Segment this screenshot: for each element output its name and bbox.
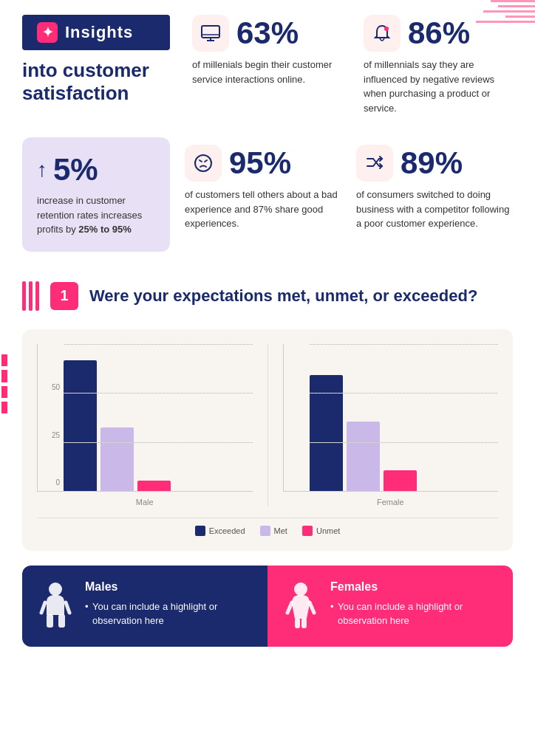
grid-line-mid1 — [64, 393, 253, 394]
female-person-icon — [282, 580, 319, 632]
male-bar-met — [100, 427, 134, 491]
arrow-up-icon: ↑ — [37, 158, 47, 182]
stat-number-5: 5% — [53, 152, 98, 188]
stat-top-95: 95% — [185, 145, 341, 182]
svg-point-4 — [384, 27, 389, 31]
svg-rect-10 — [58, 614, 65, 628]
y-axis-male: 50 25 0 — [38, 344, 64, 491]
male-person-icon — [37, 580, 74, 632]
females-card-highlight: You can include a highlight or observati… — [330, 599, 498, 628]
insights-block: ✦ Insights into customer satisfaction — [22, 15, 170, 105]
stat-top-5: ↑ 5% — [37, 152, 155, 188]
stat-number-95: 95% — [229, 148, 291, 179]
grid-line-top — [64, 344, 253, 345]
male-chart-area: 50 25 0 — [37, 344, 253, 492]
svg-rect-9 — [47, 614, 53, 628]
male-chart: 50 25 0 Male — [37, 344, 268, 506]
males-card-title: Males — [85, 580, 253, 594]
insights-star-icon: ✦ — [37, 22, 58, 43]
insights-badge: ✦ Insights — [22, 15, 170, 50]
deco-lines-left — [0, 354, 9, 413]
chart-legend: Exceeded Met Unmet — [37, 518, 498, 536]
stat-top-89: 89% — [356, 145, 513, 182]
stat-card-95: 95% of customers tell others about a bad… — [185, 137, 341, 252]
svg-point-13 — [294, 583, 307, 596]
legend-exceeded: Exceeded — [195, 526, 245, 536]
stat-desc-95: of customers tell others about a bad exp… — [185, 188, 341, 231]
svg-rect-14 — [295, 618, 300, 628]
females-card-content: Females You can include a highlight or o… — [330, 580, 498, 628]
deco-lines-top — [476, 0, 535, 44]
angry-face-icon — [185, 145, 222, 182]
females-card-title: Females — [330, 580, 498, 594]
legend-unmet-color — [302, 526, 313, 536]
stat-desc-5: increase in customer retention rates inc… — [37, 193, 155, 237]
males-card-highlight: You can include a highlight or observati… — [85, 599, 253, 628]
stat-desc-63: of millenials begin their customer servi… — [192, 58, 341, 86]
legend-met: Met — [260, 526, 287, 536]
stat-card-63: 63% of millenials begin their customer s… — [192, 15, 341, 86]
insights-title: Insights — [65, 23, 133, 42]
male-chart-label: Male — [37, 498, 253, 506]
svg-line-7 — [205, 160, 207, 162]
grid-line-mid2 — [64, 442, 253, 443]
female-chart: Female — [268, 344, 499, 506]
header-section: ✦ Insights into customer satisfaction — [22, 15, 513, 115]
svg-point-5 — [195, 155, 211, 171]
stat-number-89: 89% — [401, 148, 463, 179]
grid-line-top-f — [310, 344, 499, 345]
bottom-cards: Males You can include a highlight or obs… — [22, 566, 513, 647]
stat-number-86: 86% — [408, 18, 470, 49]
stat-card-89: 89% of consumers switched to doing busin… — [356, 137, 513, 252]
female-bar-met — [347, 422, 380, 491]
female-chart-label: Female — [283, 498, 499, 506]
y-axis-female — [284, 344, 310, 491]
male-bar-unmet — [137, 481, 171, 491]
stat-desc-86: of millennials say they are influenced b… — [364, 58, 513, 115]
grid-line-mid2-f — [310, 442, 499, 443]
question-header: 1 Were your expectations met, unmet, or … — [22, 281, 513, 311]
legend-exceeded-color — [195, 526, 205, 536]
female-chart-area — [283, 344, 499, 492]
svg-line-6 — [200, 160, 202, 162]
female-bar-unmet — [384, 470, 417, 491]
stat-desc-89: of consumers switched to doing business … — [356, 188, 513, 231]
monitor-icon — [192, 15, 229, 52]
stat-top-63: 63% — [192, 15, 341, 52]
shuffle-icon — [356, 145, 393, 182]
question-text: Were your expectations met, unmet, or ex… — [89, 286, 477, 306]
svg-point-8 — [49, 583, 62, 596]
svg-line-11 — [41, 602, 45, 613]
svg-line-12 — [66, 602, 69, 613]
males-card-content: Males You can include a highlight or obs… — [85, 580, 253, 628]
male-bar-group — [64, 360, 171, 491]
females-card: Females You can include a highlight or o… — [268, 566, 513, 647]
svg-rect-0 — [202, 26, 219, 38]
notification-icon — [364, 15, 401, 52]
question-deco — [22, 281, 39, 311]
stat-card-5: ↑ 5% increase in customer retention rate… — [22, 137, 170, 252]
legend-unmet: Unmet — [302, 526, 340, 536]
question-section: 1 Were your expectations met, unmet, or … — [22, 281, 513, 311]
stat-number-63: 63% — [236, 18, 299, 49]
svg-rect-15 — [301, 618, 307, 628]
insights-subtitle: into customer satisfaction — [22, 59, 170, 105]
question-number-box: 1 — [50, 282, 78, 310]
legend-met-color — [260, 526, 270, 536]
stats-row2: ↑ 5% increase in customer retention rate… — [22, 137, 513, 252]
male-bar-exceeded — [64, 360, 97, 491]
grid-line-mid1-f — [310, 393, 499, 394]
svg-line-16 — [287, 602, 292, 613]
chart-section: 50 25 0 Male — [22, 329, 513, 551]
charts-container: 50 25 0 Male — [37, 344, 498, 506]
svg-line-17 — [310, 602, 314, 613]
males-card: Males You can include a highlight or obs… — [22, 566, 268, 647]
